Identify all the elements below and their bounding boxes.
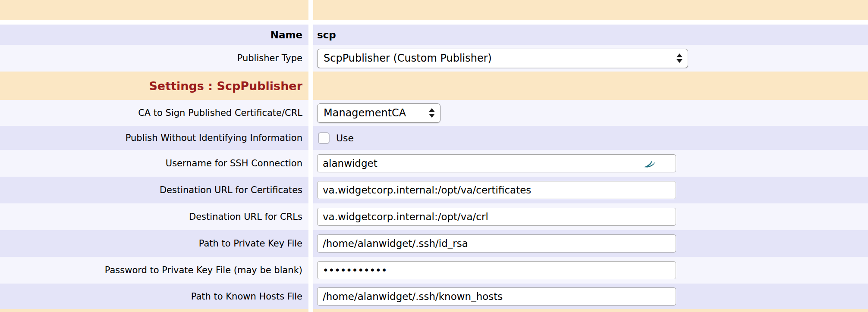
ssh-username-label: Username for SSH Connection [0, 150, 308, 177]
private-key-path-label: Path to Private Key File [0, 230, 308, 257]
private-key-path-row: Path to Private Key File [0, 230, 868, 257]
column-gutter [308, 177, 313, 203]
crl-url-input[interactable] [317, 208, 676, 226]
publisher-type-row: Publisher Type ScpPublisher (Custom Publ… [0, 45, 868, 72]
column-gutter [308, 150, 313, 177]
row-separator [0, 20, 868, 25]
footer-band [0, 309, 868, 312]
column-gutter [308, 72, 313, 100]
publisher-type-selected-value: ScpPublisher (Custom Publisher) [324, 52, 492, 64]
column-gutter [308, 100, 313, 126]
ssh-username-input[interactable] [317, 154, 676, 172]
cert-url-input[interactable] [317, 181, 676, 199]
column-gutter [308, 25, 313, 45]
select-spinner-icon [429, 108, 435, 118]
anonymize-row: Publish Without Identifying Information … [0, 126, 868, 150]
column-gutter [308, 0, 313, 20]
crl-url-label: Destination URL for CRLs [0, 203, 308, 230]
header-band [0, 0, 868, 20]
cert-url-label: Destination URL for Certificates [0, 177, 308, 203]
ca-row: CA to Sign Published Certificate/CRL Man… [0, 100, 868, 126]
edit-publisher-page: Name scp Publisher Type ScpPublisher (Cu… [0, 0, 868, 312]
ca-label: CA to Sign Published Certificate/CRL [0, 100, 308, 126]
dashlane-autofill-icon[interactable] [642, 158, 656, 169]
name-row: Name scp [0, 25, 868, 45]
private-key-path-input[interactable] [317, 234, 676, 253]
private-key-password-input[interactable] [317, 261, 676, 279]
known-hosts-label: Path to Known Hosts File [0, 284, 308, 309]
footer-band-left [0, 309, 308, 312]
anonymize-checkbox[interactable] [318, 132, 330, 144]
private-key-password-row: Password to Private Key File (may be bla… [0, 257, 868, 284]
crl-url-row: Destination URL for CRLs [0, 203, 868, 230]
name-value: scp [317, 29, 336, 41]
private-key-password-label: Password to Private Key File (may be bla… [0, 257, 308, 284]
column-gutter [308, 45, 313, 72]
footer-band-right [313, 309, 868, 312]
column-gutter [308, 284, 313, 309]
name-label: Name [0, 25, 308, 45]
publisher-type-select[interactable]: ScpPublisher (Custom Publisher) [317, 49, 688, 68]
cert-url-row: Destination URL for Certificates [0, 177, 868, 203]
header-band-left [0, 0, 308, 20]
header-band-right [313, 0, 868, 20]
anonymize-label: Publish Without Identifying Information [0, 126, 308, 150]
column-gutter [308, 203, 313, 230]
known-hosts-input[interactable] [317, 287, 676, 306]
publisher-type-label: Publisher Type [0, 45, 308, 72]
settings-section-title: Settings : ScpPublisher [0, 72, 308, 100]
ca-selected-value: ManagementCA [324, 107, 406, 119]
column-gutter [308, 257, 313, 284]
column-gutter [308, 126, 313, 150]
settings-section-band: Settings : ScpPublisher [0, 72, 868, 100]
ssh-username-row: Username for SSH Connection [0, 150, 868, 177]
anonymize-checkbox-label: Use [336, 133, 354, 144]
select-spinner-icon [676, 53, 682, 63]
column-gutter [308, 309, 313, 312]
ca-select[interactable]: ManagementCA [317, 103, 440, 123]
column-gutter [308, 230, 313, 257]
known-hosts-row: Path to Known Hosts File [0, 284, 868, 309]
